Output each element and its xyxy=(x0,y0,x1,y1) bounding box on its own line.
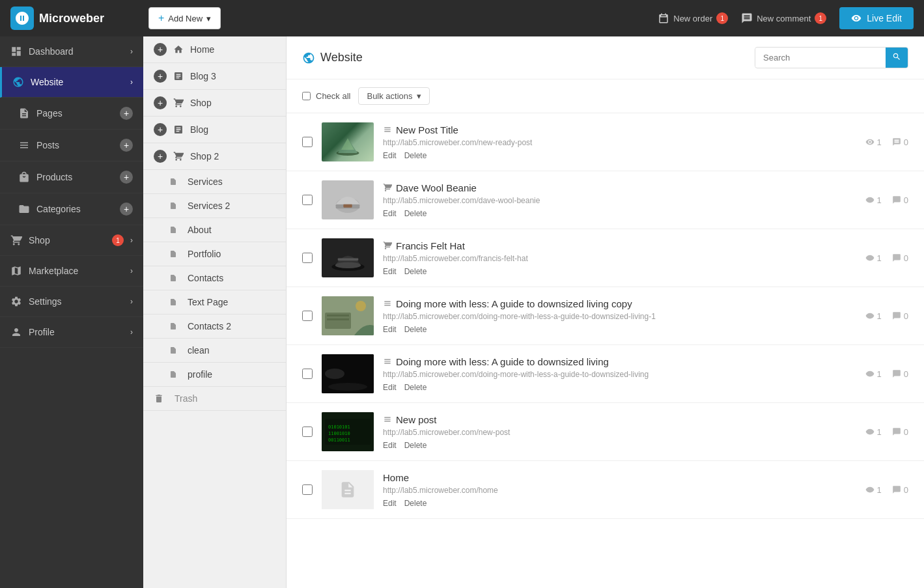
delete-link[interactable]: Delete xyxy=(404,209,427,218)
post-meta: 1 0 xyxy=(865,427,908,437)
edit-link[interactable]: Edit xyxy=(383,267,397,276)
post-actions: Edit Delete xyxy=(383,267,856,276)
add-home-button[interactable]: + xyxy=(154,43,167,56)
mid-item-blog3[interactable]: + Blog 3 xyxy=(143,63,286,90)
mid-item-trash[interactable]: Trash xyxy=(143,387,286,411)
svg-point-15 xyxy=(328,383,367,391)
check-all-container[interactable]: Check all xyxy=(302,91,350,101)
post-title: New Post Title xyxy=(383,124,856,135)
sidebar-item-categories[interactable]: Categories + xyxy=(0,193,143,225)
svg-rect-8 xyxy=(337,258,357,260)
sidebar-item-settings[interactable]: Settings › xyxy=(0,287,143,317)
logo-icon xyxy=(10,7,34,30)
add-products-button[interactable]: + xyxy=(120,171,133,184)
post-checkbox[interactable] xyxy=(302,137,313,147)
sidebar-item-posts[interactable]: Posts + xyxy=(0,130,143,161)
post-actions: Edit Delete xyxy=(383,209,856,218)
add-shop-button[interactable]: + xyxy=(154,96,167,109)
mid-item-services[interactable]: Services xyxy=(143,170,286,194)
post-checkbox[interactable] xyxy=(302,195,313,205)
post-actions: Edit Delete xyxy=(383,325,856,334)
table-row: Doing more with less: A guide to downsiz… xyxy=(287,345,924,403)
new-order-action[interactable]: New order 1 xyxy=(658,12,728,24)
new-comment-action[interactable]: New comment 1 xyxy=(741,12,826,24)
mid-item-about[interactable]: About xyxy=(143,218,286,242)
edit-link[interactable]: Edit xyxy=(383,441,397,450)
check-all-checkbox[interactable] xyxy=(302,92,311,100)
post-actions: Edit Delete xyxy=(383,499,856,508)
main-content: Website Check all Bulk actions ▾ xyxy=(287,36,924,588)
sidebar-item-profile[interactable]: Profile › xyxy=(0,317,143,348)
table-row: 01010101 11001010 00110011 New post http… xyxy=(287,403,924,461)
mid-item-profile[interactable]: profile xyxy=(143,363,286,387)
add-shop2-button[interactable]: + xyxy=(154,150,167,163)
add-new-button[interactable]: + Add New ▾ xyxy=(148,7,221,29)
edit-link[interactable]: Edit xyxy=(383,499,397,508)
logo-text: Microweber xyxy=(39,12,104,25)
post-content: Francis Felt Hat http://lab5.microweber.… xyxy=(383,240,856,276)
delete-link[interactable]: Delete xyxy=(404,267,427,276)
table-row: Home http://lab5.microweber.com/home Edi… xyxy=(287,461,924,519)
post-meta: 1 0 xyxy=(865,253,908,263)
svg-point-16 xyxy=(325,369,344,379)
post-checkbox[interactable] xyxy=(302,427,313,437)
add-blog-button[interactable]: + xyxy=(154,123,167,136)
mid-item-textpage[interactable]: Text Page xyxy=(143,290,286,315)
post-url: http://lab5.microweber.com/doing-more-wi… xyxy=(383,312,856,321)
mid-item-contacts[interactable]: Contacts xyxy=(143,266,286,290)
delete-link[interactable]: Delete xyxy=(404,499,427,508)
edit-link[interactable]: Edit xyxy=(383,325,397,334)
sidebar-item-dashboard[interactable]: Dashboard › xyxy=(0,36,143,67)
sidebar-item-pages[interactable]: Pages + xyxy=(0,98,143,130)
delete-link[interactable]: Delete xyxy=(404,151,427,160)
post-thumbnail: 01010101 11001010 00110011 xyxy=(322,412,374,451)
post-url: http://lab5.microweber.com/francis-felt-… xyxy=(383,254,856,263)
edit-link[interactable]: Edit xyxy=(383,151,397,160)
post-meta: 1 0 xyxy=(865,195,908,205)
mid-sidebar: + Home + Blog 3 + Shop + Blog + Shop 2 xyxy=(143,36,287,588)
mid-item-home[interactable]: + Home xyxy=(143,36,286,63)
search-input[interactable] xyxy=(755,48,886,67)
svg-rect-11 xyxy=(327,315,349,316)
sidebar-item-shop[interactable]: Shop 1 › xyxy=(0,225,143,256)
mid-item-contacts2[interactable]: Contacts 2 xyxy=(143,315,286,339)
sidebar-item-marketplace[interactable]: Marketplace › xyxy=(0,256,143,287)
svg-rect-5 xyxy=(343,204,352,208)
table-row: New Post Title http://lab5.microweber.co… xyxy=(287,113,924,171)
post-thumbnail xyxy=(322,354,374,393)
delete-link[interactable]: Delete xyxy=(404,383,427,392)
post-thumbnail xyxy=(322,180,374,219)
edit-link[interactable]: Edit xyxy=(383,209,397,218)
post-checkbox[interactable] xyxy=(302,311,313,321)
sidebar-item-products[interactable]: Products + xyxy=(0,161,143,193)
mid-item-portfolio[interactable]: Portfolio xyxy=(143,242,286,266)
post-title: New post xyxy=(383,414,856,425)
mid-item-clean[interactable]: clean xyxy=(143,339,286,363)
edit-link[interactable]: Edit xyxy=(383,383,397,392)
mid-item-blog[interactable]: + Blog xyxy=(143,117,286,143)
post-checkbox[interactable] xyxy=(302,369,313,379)
post-checkbox[interactable] xyxy=(302,484,313,495)
post-title: Home xyxy=(383,472,856,483)
mid-item-services2[interactable]: Services 2 xyxy=(143,194,286,218)
mid-item-shop2[interactable]: + Shop 2 xyxy=(143,143,286,170)
svg-point-7 xyxy=(335,262,360,268)
live-edit-button[interactable]: Live Edit xyxy=(839,7,914,29)
search-button[interactable] xyxy=(886,48,908,68)
add-pages-button[interactable]: + xyxy=(120,107,133,120)
post-title: Doing more with less: A guide to downsiz… xyxy=(383,356,856,367)
add-posts-button[interactable]: + xyxy=(120,139,133,152)
sidebar-item-website[interactable]: Website › xyxy=(0,67,143,98)
post-content: Home http://lab5.microweber.com/home Edi… xyxy=(383,472,856,508)
post-url: http://lab5.microweber.com/doing-more-wi… xyxy=(383,370,856,379)
post-title: Dave Wool Beanie xyxy=(383,182,856,193)
post-thumbnail xyxy=(322,296,374,335)
mid-item-shop[interactable]: + Shop xyxy=(143,90,286,117)
add-categories-button[interactable]: + xyxy=(120,203,133,216)
delete-link[interactable]: Delete xyxy=(404,441,427,450)
add-blog3-button[interactable]: + xyxy=(154,70,167,83)
post-checkbox[interactable] xyxy=(302,253,313,263)
bulk-actions-dropdown[interactable]: Bulk actions ▾ xyxy=(358,87,429,105)
post-content: Doing more with less: A guide to downsiz… xyxy=(383,298,856,334)
delete-link[interactable]: Delete xyxy=(404,325,427,334)
